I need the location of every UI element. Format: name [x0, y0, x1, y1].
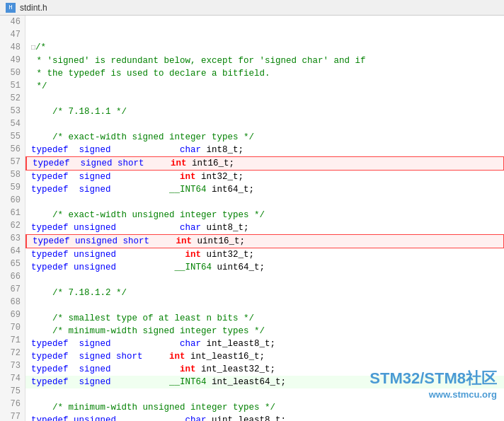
code-area[interactable]: □/* * 'signed' is redundant below, excep…: [25, 16, 504, 421]
line-number-53: 53: [0, 105, 25, 117]
line-number-64: 64: [0, 245, 25, 258]
line-number-52: 52: [0, 92, 25, 105]
code-line-55: /* exact-width signed integer types */: [25, 131, 504, 144]
line-number-74: 74: [0, 372, 25, 385]
line-numbers: 4647484950515253545556575859606162636465…: [0, 16, 25, 421]
code-line-76: /* minimum-width unsigned integer types …: [25, 401, 504, 414]
line-number-71: 71: [0, 334, 25, 347]
code-line-63: typedef unsigned short int uint16_t;: [25, 234, 504, 248]
code-line-54: [25, 118, 504, 131]
line-number-59: 59: [0, 181, 25, 194]
code-line-53: /* 7.18.1.1 */: [25, 105, 504, 118]
code-line-56: typedef signed char int8_t;: [25, 144, 504, 156]
line-number-50: 50: [0, 67, 25, 79]
line-number-72: 72: [0, 347, 25, 359]
line-number-61: 61: [0, 207, 25, 219]
line-number-76: 76: [0, 398, 25, 410]
watermark-line1: STM32/STM8社区: [370, 368, 497, 389]
code-line-64: typedef unsigned int uint32_t;: [25, 248, 504, 261]
line-number-54: 54: [0, 117, 25, 130]
code-line-72: typedef signed short int int_least16_t;: [25, 350, 504, 363]
line-number-77: 77: [0, 410, 25, 421]
code-line-57: typedef signed short int int16_t;: [25, 156, 504, 171]
code-line-77: typedef unsigned char uint_least8_t;: [25, 414, 504, 421]
line-number-70: 70: [0, 321, 25, 334]
code-line-62: typedef unsigned char uint8_t;: [25, 221, 504, 234]
code-line-48: □/*: [25, 41, 504, 54]
code-container: 4647484950515253545556575859606162636465…: [0, 16, 504, 421]
code-line-46: [25, 16, 504, 28]
code-line-67: /* 7.18.1.2 */: [25, 287, 504, 299]
code-line-58: typedef signed int int32_t;: [25, 171, 504, 183]
line-number-49: 49: [0, 54, 25, 67]
line-number-60: 60: [0, 194, 25, 207]
line-number-66: 66: [0, 270, 25, 283]
line-number-67: 67: [0, 283, 25, 296]
line-number-55: 55: [0, 130, 25, 143]
code-line-51: */: [25, 80, 504, 93]
watermark-line2: www.stmcu.org: [370, 389, 497, 400]
watermark: STM32/STM8社区 www.stmcu.org: [370, 368, 497, 400]
code-line-50: * the typedef is used to declare a bitfi…: [25, 67, 504, 80]
line-number-47: 47: [0, 28, 25, 41]
line-number-51: 51: [0, 79, 25, 92]
code-line-66: [25, 274, 504, 287]
code-line-69: /* smallest type of at least n bits */: [25, 312, 504, 325]
code-line-49: * 'signed' is redundant below, except fo…: [25, 54, 504, 67]
code-line-68: [25, 299, 504, 312]
code-line-59: typedef signed __INT64 int64_t;: [25, 183, 504, 196]
line-number-56: 56: [0, 143, 25, 156]
line-number-62: 62: [0, 219, 25, 232]
line-number-48: 48: [0, 41, 25, 54]
line-number-46: 46: [0, 16, 25, 28]
line-number-58: 58: [0, 168, 25, 181]
line-number-68: 68: [0, 296, 25, 308]
code-line-70: /* minimum-width signed integer types */: [25, 325, 504, 338]
code-line-47: [25, 28, 504, 41]
code-line-61: /* exact-width unsigned integer types */: [25, 209, 504, 221]
line-number-65: 65: [0, 258, 25, 270]
code-line-52: [25, 93, 504, 105]
title-bar: H stdint.h: [0, 0, 504, 16]
line-number-63: 63: [0, 232, 25, 245]
filename: stdint.h: [20, 3, 47, 13]
file-icon: H: [6, 3, 16, 13]
line-number-69: 69: [0, 308, 25, 321]
code-line-71: typedef signed char int_least8_t;: [25, 338, 504, 350]
line-number-75: 75: [0, 385, 25, 398]
code-line-65: typedef unsigned __INT64 uint64_t;: [25, 261, 504, 274]
line-number-57: 57: [0, 156, 25, 168]
code-line-60: [25, 196, 504, 209]
line-number-73: 73: [0, 359, 25, 372]
